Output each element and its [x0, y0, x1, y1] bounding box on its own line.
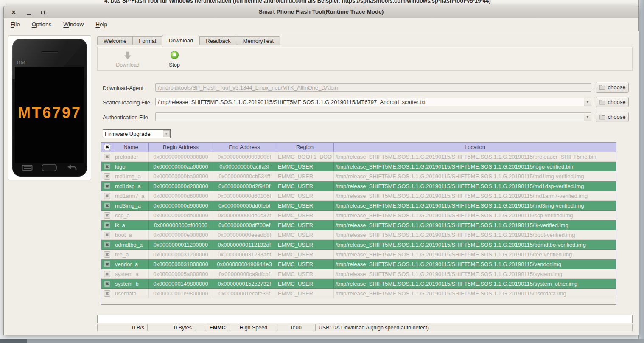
cell-name: boot_a — [113, 230, 149, 240]
row-checkbox-cell: ✖ — [101, 162, 113, 172]
row-checkbox[interactable]: ✖ — [104, 251, 110, 258]
cell-name: md3img_a — [113, 201, 149, 211]
row-checkbox-cell: ✖ — [101, 259, 113, 269]
download-agent-choose-button[interactable]: choose — [596, 82, 629, 93]
row-checkbox[interactable]: ✖ — [104, 183, 110, 189]
column-header-begin-address[interactable]: Begin Address — [149, 143, 213, 152]
scatter-file-combo[interactable]: /tmp/release_SHIFT5ME.SOS.1.1.G.20190115… — [155, 98, 591, 106]
scatter-file-label: Scatter-loading File — [103, 99, 150, 106]
cell-location: /tmp/release_SHIFT5ME.SOS.1.1.G.20190115… — [334, 220, 616, 230]
scatter-dropdown-arrow-icon[interactable]: ▼ — [584, 98, 591, 106]
cell-begin-address: 0x000000005a800000 — [149, 269, 213, 279]
scatter-file-choose-button[interactable]: choose — [596, 97, 629, 107]
row-checkbox[interactable]: ✖ — [104, 261, 110, 267]
row-checkbox[interactable]: ✖ — [104, 173, 110, 180]
cell-region: EMMC_USER — [276, 240, 334, 250]
row-checkbox[interactable]: ✖ — [104, 202, 110, 209]
cell-end-address: 0x00000000000300bf — [213, 152, 276, 162]
partition-row-scp_a[interactable]: ✖scp_a0x000000000de000000x000000000de0c3… — [101, 211, 616, 220]
partition-row-system_a[interactable]: ✖system_a0x000000005a8000000x00000000ca9… — [101, 269, 616, 279]
tab-download[interactable]: Download — [162, 35, 199, 45]
background-scrollbar — [638, 0, 644, 343]
menu-item-options[interactable]: Options — [32, 21, 52, 28]
menubar: FileOptionsWindowHelp — [4, 18, 638, 31]
folder-icon — [599, 99, 605, 105]
tab-format[interactable]: Format — [132, 36, 162, 45]
cell-location: /tmp/release_SHIFT5ME.SOS.1.1.G.20190115… — [334, 191, 616, 201]
auth-file-choose-button[interactable]: choose — [596, 112, 629, 122]
partition-row-tee_a[interactable]: ✖tee_a0x00000000312000000x0000000031233a… — [101, 250, 616, 259]
partition-row-system_b[interactable]: ✖system_b0x00000001498000000x0000000152c… — [101, 279, 616, 289]
partition-row-md1img_a[interactable]: ✖md1img_a0x000000000ba000000x000000000cb… — [101, 172, 616, 181]
cell-end-address: 0x000000000de0c37f — [213, 211, 276, 220]
partition-row-boot_a[interactable]: ✖boot_a0x000000000e0000000x000000000eeed… — [101, 230, 616, 240]
partition-row-odmdtbo_a[interactable]: ✖odmdtbo_a0x00000000112000000x0000000011… — [101, 240, 616, 250]
tab-readback[interactable]: Readback — [199, 36, 237, 45]
row-checkbox[interactable]: ✖ — [104, 154, 110, 160]
partition-row-vendor_a[interactable]: ✖vendor_a0x00000000318000000x00000000490… — [101, 259, 616, 269]
row-checkbox-cell: ✖ — [101, 152, 113, 162]
cell-location: /tmp/release_SHIFT5ME.SOS.1.1.G.20190115… — [334, 230, 616, 240]
select-all-checkbox[interactable]: ✖ — [104, 144, 110, 150]
download-mode-select[interactable]: Firmware Upgrade ▼ — [103, 129, 171, 138]
row-checkbox[interactable]: ✖ — [104, 222, 110, 228]
cell-begin-address: 0x000000000df00000 — [149, 220, 213, 230]
menu-item-help[interactable]: Help — [95, 21, 107, 28]
cell-name: system_b — [113, 279, 149, 289]
row-checkbox-cell: ✖ — [101, 181, 113, 191]
cell-name: preloader — [113, 152, 149, 162]
row-checkbox[interactable]: ✖ — [104, 242, 110, 248]
row-checkbox[interactable]: ✖ — [104, 290, 110, 297]
row-checkbox[interactable]: ✖ — [104, 193, 110, 199]
stop-button[interactable]: Stop — [156, 50, 193, 69]
partition-row-userdata[interactable]: ✖userdata0x00000001e98000000x00000001eca… — [101, 289, 616, 298]
cell-region: EMMC_USER — [276, 230, 334, 240]
cell-location: /tmp/release_SHIFT5ME.SOS.1.1.G.20190115… — [334, 259, 616, 269]
partition-row-md1arm7_a[interactable]: ✖md1arm7_a0x000000000d6000000x000000000d… — [101, 191, 616, 201]
download-mode-value: Firmware Upgrade — [105, 131, 151, 137]
partition-row-md1dsp_a[interactable]: ✖md1dsp_a0x000000000d2000000x000000000d2… — [101, 181, 616, 191]
partition-row-lk_a[interactable]: ✖lk_a0x000000000df000000x000000000df700e… — [101, 220, 616, 230]
cell-name: lk_a — [113, 220, 149, 230]
cell-location: /tmp/release_SHIFT5ME.SOS.1.1.G.20190115… — [334, 201, 616, 211]
download-arrow-icon — [123, 51, 132, 60]
cell-name: scp_a — [113, 211, 149, 220]
menu-item-window[interactable]: Window — [63, 21, 84, 28]
cell-begin-address: 0x000000000aa00000 — [149, 162, 213, 172]
download-button-label: Download — [116, 62, 140, 68]
cell-name: system_a — [113, 269, 149, 279]
auth-file-combo[interactable]: ▼ — [155, 112, 591, 121]
titlebar[interactable]: ✕ Smart Phone Flash Tool(Runtime Trace M… — [4, 6, 638, 18]
auth-dropdown-arrow-icon[interactable]: ▼ — [584, 113, 591, 121]
row-checkbox[interactable]: ✖ — [104, 281, 110, 287]
column-header-location[interactable]: Location — [334, 143, 616, 152]
row-checkbox-cell: ✖ — [101, 240, 113, 250]
download-button[interactable]: Download — [109, 50, 146, 69]
partition-row-md3img_a[interactable]: ✖md3img_a0x000000000d9000000x000000000dd… — [101, 201, 616, 211]
tab-memory-test[interactable]: Memory Test — [237, 36, 280, 45]
cell-name: md1arm7_a — [113, 191, 149, 201]
statusbar: 0 B/s 0 Bytes EMMC High Speed 0:00 USB: … — [97, 324, 633, 331]
cell-begin-address: 0x000000000d600000 — [149, 191, 213, 201]
row-checkbox[interactable]: ✖ — [104, 163, 110, 170]
cell-region: EMMC_USER — [276, 172, 334, 181]
cell-region: EMMC_BOOT1_BOOT2 — [276, 152, 334, 162]
column-header-end-address[interactable]: End Address — [213, 143, 276, 152]
menu-item-file[interactable]: File — [11, 21, 20, 28]
choose-button-label: choose — [608, 114, 626, 120]
row-checkbox[interactable]: ✖ — [104, 271, 110, 277]
partition-row-logo[interactable]: ✖logo0x000000000aa000000x000000000acffa3… — [101, 162, 616, 172]
cell-begin-address: 0x000000000e000000 — [149, 230, 213, 240]
column-header-name[interactable]: Name — [113, 143, 149, 152]
partition-row-preloader[interactable]: ✖preloader0x00000000000000000x0000000000… — [101, 152, 616, 162]
tab-welcome[interactable]: Welcome — [97, 36, 132, 45]
column-header-region[interactable]: Region — [276, 143, 334, 152]
cell-begin-address: 0x000000000de00000 — [149, 211, 213, 220]
row-checkbox[interactable]: ✖ — [104, 212, 110, 219]
select-all-header-cell[interactable]: ✖ — [101, 143, 113, 152]
cell-begin-address: 0x0000000011200000 — [149, 240, 213, 250]
cell-name: vendor_a — [113, 259, 149, 269]
progress-bar — [97, 315, 633, 323]
row-checkbox[interactable]: ✖ — [104, 232, 110, 238]
status-storage-type: EMMC — [205, 324, 230, 331]
